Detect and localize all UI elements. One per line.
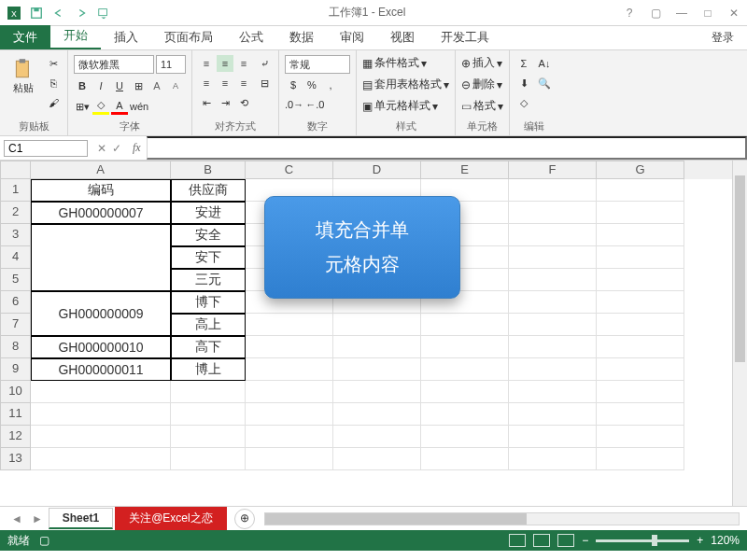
cell[interactable]: 博下 <box>171 291 246 314</box>
cell[interactable] <box>31 403 171 426</box>
cell[interactable] <box>509 448 597 470</box>
align-bot-icon[interactable]: ≡ <box>235 55 252 72</box>
cell[interactable] <box>31 381 171 403</box>
col-header[interactable]: G <box>597 161 684 179</box>
row-header[interactable]: 13 <box>0 448 31 470</box>
cell[interactable] <box>333 448 421 470</box>
wrap-text-icon[interactable]: ⤶ <box>256 55 273 72</box>
ribbon-opts-icon[interactable]: ▢ <box>646 7 665 20</box>
cell[interactable] <box>597 336 684 358</box>
cell[interactable] <box>421 358 509 381</box>
col-header[interactable]: B <box>171 161 246 179</box>
cell[interactable] <box>333 381 421 403</box>
cell[interactable] <box>31 448 171 470</box>
vertical-scrollbar[interactable] <box>732 161 747 506</box>
find-icon[interactable]: 🔍 <box>536 75 553 91</box>
redo-icon[interactable] <box>71 3 92 23</box>
save-icon[interactable] <box>26 3 47 23</box>
cell[interactable] <box>509 202 597 224</box>
indent-inc-icon[interactable]: ⇥ <box>217 94 233 111</box>
percent-icon[interactable]: % <box>303 77 320 93</box>
font-color-button[interactable]: A <box>111 98 128 115</box>
excel-icon[interactable]: X <box>4 3 24 23</box>
underline-button[interactable]: U <box>111 77 128 94</box>
cell[interactable]: 安全 <box>171 224 246 246</box>
tab-insert[interactable]: 插入 <box>101 25 151 49</box>
clear-icon[interactable]: ◇ <box>515 94 532 111</box>
cell[interactable] <box>597 426 684 448</box>
cell[interactable]: 博上 <box>171 358 246 381</box>
cell[interactable] <box>509 269 597 291</box>
sheet-tab-2[interactable]: 关注@Excel之恋 <box>115 507 227 530</box>
cell[interactable] <box>597 314 684 336</box>
cell[interactable] <box>31 426 171 448</box>
phonetic-icon[interactable]: wén <box>130 98 148 115</box>
row-header[interactable]: 10 <box>0 381 31 403</box>
formula-bar[interactable] <box>147 136 747 160</box>
cell[interactable] <box>246 448 333 470</box>
enter-formula-icon[interactable]: ✓ <box>112 142 121 155</box>
cell[interactable] <box>509 358 597 381</box>
select-all-corner[interactable] <box>0 161 31 179</box>
format-cells-button[interactable]: ▭格式 ▾ <box>461 98 503 114</box>
cell[interactable] <box>597 448 684 470</box>
cell[interactable] <box>246 314 333 336</box>
view-break-icon[interactable] <box>557 534 574 547</box>
row-header[interactable]: 7 <box>0 314 31 336</box>
col-header[interactable]: D <box>333 161 421 179</box>
tab-file[interactable]: 文件 <box>0 25 50 49</box>
cell[interactable] <box>509 291 597 314</box>
align-right-icon[interactable]: ≡ <box>235 75 252 91</box>
delete-cells-button[interactable]: ⊖删除 ▾ <box>461 77 503 92</box>
align-top-icon[interactable]: ≡ <box>198 55 215 72</box>
name-box[interactable] <box>4 140 88 157</box>
cell[interactable] <box>597 179 684 202</box>
sheet-tab-1[interactable]: Sheet1 <box>49 508 113 529</box>
maximize-icon[interactable]: □ <box>698 7 717 20</box>
scrollbar-thumb[interactable] <box>735 175 745 362</box>
zoom-slider-thumb[interactable] <box>652 535 657 546</box>
horizontal-scrollbar[interactable] <box>264 512 740 525</box>
col-header[interactable]: C <box>246 161 333 179</box>
tab-nav-prev-icon[interactable]: ◄ <box>7 512 26 525</box>
bold-button[interactable]: B <box>74 77 91 94</box>
macro-record-icon[interactable]: ▢ <box>39 534 49 547</box>
currency-icon[interactable]: $ <box>285 77 302 93</box>
indent-dec-icon[interactable]: ⇤ <box>198 94 215 111</box>
table-format-button[interactable]: ▤套用表格格式 ▾ <box>362 77 449 92</box>
cell[interactable]: 安进 <box>171 202 246 224</box>
login-link[interactable]: 登录 <box>698 26 747 49</box>
dec-decimal-icon[interactable]: ←.0 <box>305 96 324 113</box>
row-header[interactable]: 12 <box>0 426 31 448</box>
cell[interactable] <box>509 403 597 426</box>
cell[interactable] <box>333 336 421 358</box>
cell[interactable] <box>171 448 246 470</box>
cell[interactable] <box>597 202 684 224</box>
cut-icon[interactable]: ✂ <box>45 55 62 72</box>
cell[interactable] <box>597 269 684 291</box>
cell[interactable] <box>246 358 333 381</box>
orientation-icon[interactable]: ⟲ <box>235 94 252 111</box>
row-header[interactable]: 4 <box>0 246 31 269</box>
cell[interactable] <box>509 381 597 403</box>
col-header[interactable]: A <box>31 161 171 179</box>
font-shrink-icon[interactable]: A <box>167 77 184 94</box>
font-grow-icon[interactable]: A <box>148 77 165 94</box>
cell[interactable] <box>597 381 684 403</box>
cell[interactable] <box>333 314 421 336</box>
cell[interactable]: 安下 <box>171 246 246 269</box>
help-icon[interactable]: ? <box>620 7 639 20</box>
italic-button[interactable]: I <box>92 77 109 94</box>
cell[interactable] <box>171 403 246 426</box>
minimize-icon[interactable]: — <box>672 7 691 20</box>
zoom-slider[interactable] <box>596 539 689 542</box>
zoom-in-icon[interactable]: + <box>697 534 703 547</box>
cell[interactable] <box>171 426 246 448</box>
align-left-icon[interactable]: ≡ <box>198 75 215 91</box>
fx-icon[interactable]: fx <box>127 141 147 155</box>
row-header[interactable]: 5 <box>0 269 31 291</box>
cell[interactable] <box>333 358 421 381</box>
insert-cells-button[interactable]: ⊕插入 ▾ <box>461 55 503 71</box>
cell[interactable] <box>246 381 333 403</box>
cell[interactable] <box>171 381 246 403</box>
